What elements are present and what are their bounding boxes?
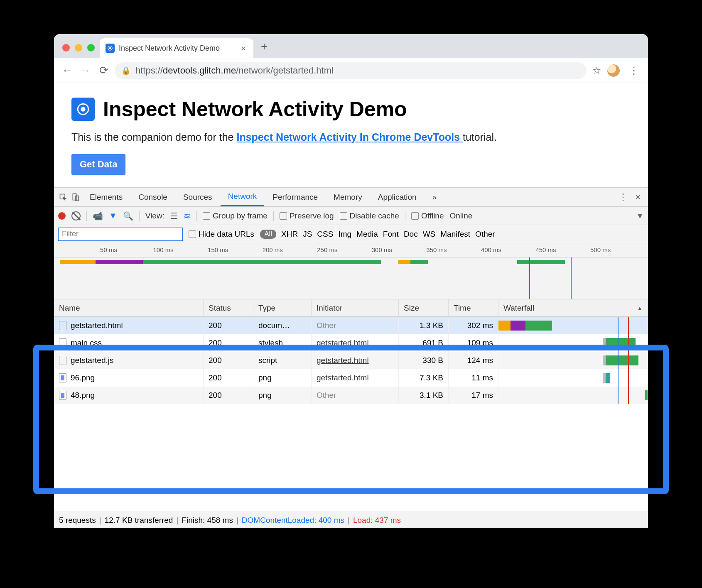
hide-data-urls-checkbox[interactable]: Hide data URLs (189, 230, 254, 239)
table-row[interactable]: main.css200stylesh…getstarted.html691 B1… (54, 334, 648, 352)
table-row[interactable]: 96.png200pnggetstarted.html7.3 KB11 ms (54, 369, 648, 387)
screenshot-icon[interactable]: 📹 (93, 211, 103, 221)
devtools-tab-performance[interactable]: Performance (265, 188, 325, 206)
offline-checkbox[interactable]: Offline (411, 211, 444, 220)
browser-window: Inspect Network Activity Demo × + ← → ⟳ … (54, 34, 648, 528)
timeline-overview[interactable] (54, 257, 648, 274)
col-size[interactable]: Size (399, 299, 449, 316)
type-filter-css[interactable]: CSS (317, 230, 333, 239)
type-filter-other[interactable]: Other (475, 230, 495, 239)
ruler-tick: 150 ms (208, 246, 228, 253)
network-toolbar: 📹 ▼ 🔍 View: ☰ ≋ Group by frame Preserve … (54, 207, 648, 225)
new-tab-button[interactable]: + (253, 40, 275, 58)
type-filter-img[interactable]: Img (338, 230, 351, 239)
divider (86, 211, 87, 221)
status-load: Load: 437 ms (353, 516, 401, 525)
close-window-button[interactable] (62, 44, 70, 51)
record-button[interactable] (58, 212, 66, 220)
filter-input[interactable] (58, 228, 183, 241)
waterfall-view-icon[interactable]: ≋ (184, 211, 191, 221)
col-status[interactable]: Status (204, 299, 253, 316)
divider (273, 211, 274, 221)
table-header[interactable]: NameStatusTypeInitiatorSizeTimeWaterfall… (54, 299, 648, 317)
browser-tab[interactable]: Inspect Network Activity Demo × (100, 38, 253, 58)
type-filter-js[interactable]: JS (303, 230, 312, 239)
type-filter-media[interactable]: Media (356, 230, 378, 239)
maximize-window-button[interactable] (87, 44, 95, 51)
clear-button[interactable] (71, 211, 81, 220)
chrome-menu-icon[interactable]: ⋮ (626, 65, 642, 76)
type-filter-doc[interactable]: Doc (404, 230, 418, 239)
status-finish: Finish: 458 ms (182, 516, 233, 525)
ruler-tick: 350 ms (426, 246, 447, 253)
ruler-tick: 100 ms (153, 246, 174, 253)
dcl-marker (529, 274, 530, 299)
overview-segment (517, 260, 565, 264)
devtools-menu-icon[interactable]: ⋮ (619, 192, 628, 203)
table-row[interactable]: getstarted.html200docum…Other1.3 KB302 m… (54, 317, 648, 334)
col-time[interactable]: Time (449, 299, 498, 316)
tutorial-link[interactable]: Inspect Network Activity In Chrome DevTo… (236, 131, 463, 143)
tab-close-icon[interactable]: × (241, 44, 246, 53)
ruler-tick: 500 ms (590, 246, 611, 253)
lock-icon: 🔒 (121, 66, 130, 75)
devtools-tab-application[interactable]: Application (371, 188, 424, 206)
favicon-icon (106, 44, 115, 53)
col-initiator[interactable]: Initiator (312, 299, 399, 316)
divider (139, 211, 140, 221)
col-name[interactable]: Name (54, 299, 204, 316)
devtools-tab-console[interactable]: Console (131, 188, 175, 206)
type-filter-all[interactable]: All (260, 230, 276, 239)
devtools-tab-memory[interactable]: Memory (326, 188, 370, 206)
file-icon (59, 356, 66, 365)
window-controls (59, 44, 100, 58)
network-filter-row: Hide data URLs AllXHRJSCSSImgMediaFontDo… (54, 225, 648, 243)
devtools-tabs-overflow[interactable]: » (425, 188, 444, 206)
svg-point-3 (81, 107, 85, 111)
preserve-log-checkbox[interactable]: Preserve log (280, 211, 334, 220)
ruler-tick: 200 ms (263, 246, 283, 253)
online-label[interactable]: Online (450, 211, 473, 220)
col-type[interactable]: Type (253, 299, 312, 316)
status-dcl: DOMContentLoaded: 400 ms (242, 516, 344, 525)
group-by-frame-checkbox[interactable]: Group by frame (203, 211, 268, 220)
devtools-tab-sources[interactable]: Sources (176, 188, 220, 206)
disable-cache-checkbox[interactable]: Disable cache (340, 211, 399, 220)
search-icon[interactable]: 🔍 (123, 211, 133, 221)
overview-segment (398, 260, 410, 264)
back-button[interactable]: ← (60, 63, 75, 78)
table-row[interactable]: getstarted.js200scriptgetstarted.html330… (54, 352, 648, 369)
filter-icon[interactable]: ▼ (109, 211, 117, 220)
table-row[interactable]: 48.png200pngOther3.1 KB17 ms (54, 387, 648, 404)
devtools-close-icon[interactable]: × (635, 192, 641, 203)
minimize-window-button[interactable] (75, 44, 82, 51)
profile-avatar[interactable] (607, 64, 620, 77)
type-filter-font[interactable]: Font (383, 230, 399, 239)
type-filter-manifest[interactable]: Manifest (440, 230, 470, 239)
table-body: getstarted.html200docum…Other1.3 KB302 m… (54, 317, 648, 404)
inspect-element-icon[interactable] (57, 191, 69, 203)
ruler-tick: 300 ms (372, 246, 392, 253)
type-filter-ws[interactable]: WS (423, 230, 436, 239)
get-data-button[interactable]: Get Data (71, 154, 125, 175)
devtools-tab-network[interactable]: Network (221, 188, 265, 206)
devtools-tab-elements[interactable]: Elements (82, 188, 130, 206)
bookmark-icon[interactable]: ☆ (592, 65, 601, 76)
type-filter-xhr[interactable]: XHR (281, 230, 298, 239)
forward-button[interactable]: → (78, 63, 93, 78)
address-bar[interactable]: 🔒 https://devtools.glitch.me/network/get… (115, 62, 587, 79)
url-text: https://devtools.glitch.me/network/getst… (135, 65, 334, 76)
reload-button[interactable]: ⟳ (96, 63, 111, 78)
svg-point-1 (109, 47, 111, 49)
overview-segment (143, 260, 381, 264)
intro-paragraph: This is the companion demo for the Inspe… (71, 131, 631, 143)
view-label: View: (145, 211, 164, 220)
col-waterfall[interactable]: Waterfall▲ (498, 299, 648, 316)
ruler-tick: 250 ms (317, 246, 337, 253)
large-rows-icon[interactable]: ☰ (170, 211, 178, 221)
throttling-dropdown-icon[interactable]: ▼ (636, 211, 644, 220)
device-toolbar-icon[interactable] (70, 191, 81, 203)
file-icon (59, 391, 66, 400)
tab-title: Inspect Network Activity Demo (119, 44, 220, 53)
network-status-bar: 5 requests| 12.7 KB transferred| Finish:… (54, 512, 648, 528)
